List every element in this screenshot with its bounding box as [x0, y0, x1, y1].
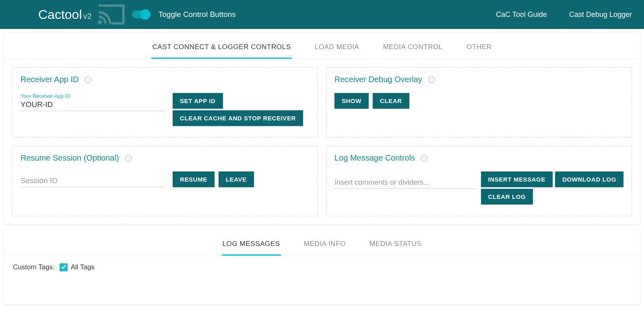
svg-text:?: ? — [430, 77, 433, 82]
tab-log-messages[interactable]: LOG MESSAGES — [222, 232, 281, 256]
clear-log-button[interactable]: CLEAR LOG — [481, 189, 533, 204]
card-title: Resume Session (Optional) ? — [21, 153, 310, 163]
card-title: Receiver Debug Overlay ? — [334, 75, 623, 84]
svg-text:?: ? — [423, 156, 425, 160]
clear-overlay-button[interactable]: CLEAR — [373, 93, 409, 109]
tab-media-control[interactable]: MEDIA CONTROL — [382, 35, 444, 59]
session-id-input[interactable] — [21, 175, 165, 187]
tab-load-media[interactable]: LOAD MEDIA — [314, 35, 360, 59]
log-tabs: LOG MESSAGES MEDIA INFO MEDIA STATUS — [4, 230, 640, 256]
card-log-message-controls: Log Message Controls ? INSERT MESSAGE DO… — [326, 146, 632, 216]
title-text: Receiver App ID — [21, 75, 79, 84]
set-app-id-button[interactable]: SET APP ID — [173, 93, 223, 109]
app-header: Cactool v2 Toggle Control Buttons CaC To… — [0, 0, 644, 29]
card-resume-session: Resume Session (Optional) ? RESUME LEAVE — [12, 146, 318, 216]
brand-version: v2 — [83, 12, 92, 21]
card-receiver-debug-overlay: Receiver Debug Overlay ? SHOW CLEAR — [326, 67, 632, 138]
download-log-button[interactable]: DOWNLOAD LOG — [555, 171, 623, 187]
brand: Cactool v2 — [38, 7, 92, 22]
cast-icon — [97, 4, 125, 25]
custom-tags-row: Custom Tags: All Tags — [4, 256, 640, 304]
brand-name: Cactool — [38, 7, 82, 22]
help-icon[interactable]: ? — [421, 155, 428, 162]
receiver-app-id-input[interactable] — [21, 99, 165, 111]
title-text: Log Message Controls — [334, 153, 415, 163]
controls-panel: CAST CONNECT & LOGGER CONTROLS LOAD MEDI… — [4, 33, 640, 224]
svg-point-0 — [98, 20, 102, 24]
log-message-input[interactable] — [334, 177, 476, 189]
receiver-app-id-group: Your Receiver App ID — [21, 93, 165, 111]
clear-cache-stop-receiver-button[interactable]: CLEAR CACHE AND STOP RECEIVER — [173, 110, 303, 126]
custom-tags-label: Custom Tags: — [13, 263, 55, 271]
leave-button[interactable]: LEAVE — [219, 171, 254, 187]
svg-text:?: ? — [87, 77, 89, 82]
svg-text:?: ? — [127, 156, 130, 160]
help-icon[interactable]: ? — [428, 76, 435, 83]
insert-message-button[interactable]: INSERT MESSAGE — [481, 171, 553, 187]
toggle-label: Toggle Control Buttons — [159, 10, 236, 19]
resume-button[interactable]: RESUME — [173, 171, 215, 187]
main-tabs: CAST CONNECT & LOGGER CONTROLS LOAD MEDI… — [4, 33, 640, 59]
toggle-knob — [140, 9, 151, 20]
toggle-control-buttons[interactable] — [132, 10, 150, 19]
all-tags-checkbox[interactable] — [60, 263, 68, 271]
title-text: Resume Session (Optional) — [21, 153, 119, 163]
show-overlay-button[interactable]: SHOW — [334, 93, 369, 109]
title-text: Receiver Debug Overlay — [334, 75, 422, 84]
tab-media-info[interactable]: MEDIA INFO — [303, 232, 347, 256]
tab-other[interactable]: OTHER — [466, 35, 493, 59]
help-icon[interactable]: ? — [125, 155, 132, 162]
log-message-input-group — [334, 171, 476, 189]
log-panel: LOG MESSAGES MEDIA INFO MEDIA STATUS Cus… — [4, 230, 640, 304]
help-icon[interactable]: ? — [85, 76, 92, 83]
card-receiver-app-id: Receiver App ID ? Your Receiver App ID S… — [12, 67, 318, 138]
link-cac-tool-guide[interactable]: CaC Tool Guide — [496, 10, 547, 19]
tab-media-status[interactable]: MEDIA STATUS — [369, 232, 422, 256]
tab-cast-connect-logger[interactable]: CAST CONNECT & LOGGER CONTROLS — [151, 35, 291, 59]
input-label: Your Receiver App ID — [21, 93, 165, 99]
session-id-group — [21, 175, 165, 187]
link-cast-debug-logger[interactable]: Cast Debug Logger — [569, 10, 632, 19]
card-title: Log Message Controls ? — [334, 153, 623, 163]
card-title: Receiver App ID ? — [21, 75, 310, 84]
all-tags-label: All Tags — [71, 263, 95, 271]
